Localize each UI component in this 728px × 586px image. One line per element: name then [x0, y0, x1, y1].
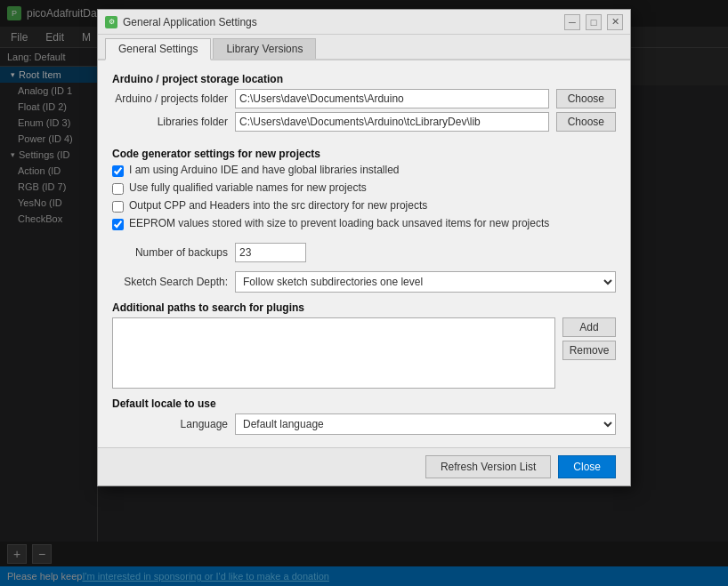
modal-minimize-button[interactable]: ─	[564, 14, 580, 30]
code-gen-section: Code generator settings for new projects…	[112, 148, 616, 230]
tab-library-versions[interactable]: Library Versions	[213, 38, 316, 59]
modal-overlay: ⚙ General Application Settings ─ □ ✕ Gen…	[0, 0, 728, 586]
arduino-folder-input[interactable]	[235, 89, 549, 108]
locale-section-title: Default locale to use	[112, 397, 616, 410]
checkboxes-group: I am using Arduino IDE and have global l…	[112, 164, 616, 230]
code-gen-title: Code generator settings for new projects	[112, 148, 616, 160]
sketch-depth-select[interactable]: Follow sketch subdirectories one level	[235, 271, 616, 293]
language-label: Language	[112, 418, 228, 430]
arduino-folder-row: Arduino / projects folder Choose	[112, 89, 616, 108]
checkbox-arduino-ide-label: I am using Arduino IDE and have global l…	[129, 164, 400, 176]
plugins-area: Add Remove	[112, 317, 616, 389]
storage-section-title: Arduino / project storage location	[112, 73, 616, 85]
libraries-folder-choose-button[interactable]: Choose	[556, 112, 616, 132]
add-plugin-button[interactable]: Add	[562, 317, 616, 337]
checkbox-qualified-names-label: Use fully qualified variable names for n…	[129, 181, 367, 194]
storage-section: Arduino / project storage location Ardui…	[112, 73, 616, 135]
modal-icon: ⚙	[105, 16, 117, 28]
libraries-folder-row: Libraries folder Choose	[112, 112, 616, 132]
arduino-folder-label: Arduino / projects folder	[112, 92, 228, 105]
checkbox-output-cpp[interactable]	[112, 201, 124, 213]
arduino-folder-choose-button[interactable]: Choose	[556, 89, 616, 108]
libraries-folder-label: Libraries folder	[112, 116, 228, 128]
modal-tabs: General Settings Library Versions	[98, 35, 630, 60]
modal-titlebar: ⚙ General Application Settings ─ □ ✕	[98, 10, 630, 35]
modal-footer: Refresh Version List Close	[98, 447, 630, 486]
locale-section: Default locale to use Language Default l…	[112, 397, 616, 435]
close-button[interactable]: Close	[558, 455, 616, 478]
checkbox-qualified-names[interactable]	[112, 183, 124, 195]
language-row: Language Default language	[112, 413, 616, 435]
plugins-buttons: Add Remove	[562, 317, 616, 360]
modal-maximize-button[interactable]: □	[586, 14, 602, 30]
plugins-section-title: Additional paths to search for plugins	[112, 301, 616, 314]
checkbox-eeprom-label: EEPROM values stored with size to preven…	[129, 217, 549, 229]
libraries-folder-input[interactable]	[235, 112, 549, 132]
settings-modal: ⚙ General Application Settings ─ □ ✕ Gen…	[97, 9, 631, 486]
remove-plugin-button[interactable]: Remove	[562, 341, 616, 360]
checkbox-arduino-ide[interactable]	[112, 165, 124, 177]
sketch-depth-label: Sketch Search Depth:	[112, 276, 228, 288]
backups-row: Number of backups	[112, 243, 616, 262]
checkbox-row-2: Use fully qualified variable names for n…	[112, 181, 616, 195]
plugins-textarea[interactable]	[112, 317, 555, 389]
checkbox-eeprom[interactable]	[112, 219, 124, 230]
sketch-depth-row: Sketch Search Depth: Follow sketch subdi…	[112, 271, 616, 293]
modal-title: General Application Settings	[123, 16, 559, 28]
refresh-version-list-button[interactable]: Refresh Version List	[425, 455, 551, 478]
plugins-section: Additional paths to search for plugins A…	[112, 301, 616, 389]
backups-label: Number of backups	[112, 246, 228, 259]
checkbox-output-cpp-label: Output CPP and Headers into the src dire…	[129, 199, 427, 212]
tab-general-settings[interactable]: General Settings	[105, 38, 211, 60]
modal-body: Arduino / project storage location Ardui…	[98, 60, 630, 447]
backups-input[interactable]	[235, 243, 306, 262]
checkbox-row-4: EEPROM values stored with size to preven…	[112, 217, 616, 230]
modal-close-button[interactable]: ✕	[607, 14, 623, 30]
language-select[interactable]: Default language	[235, 413, 616, 435]
checkbox-row-3: Output CPP and Headers into the src dire…	[112, 199, 616, 213]
checkbox-row-1: I am using Arduino IDE and have global l…	[112, 164, 616, 177]
